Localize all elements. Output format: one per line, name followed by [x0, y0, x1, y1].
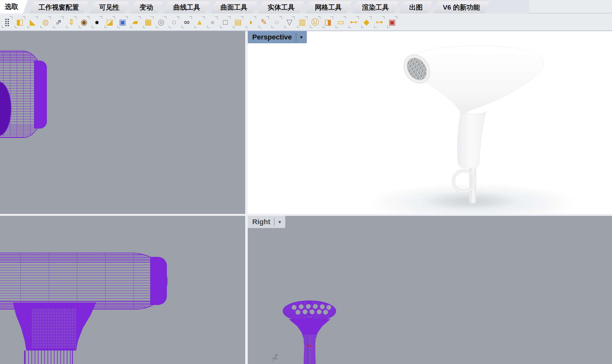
select-lasso-icon-glyph: ◌ — [172, 18, 176, 26]
wireframe-handle — [289, 319, 331, 364]
select-wirecube-icon-glyph: □ — [223, 18, 228, 26]
select-magnifier-icon[interactable]: ○ — [270, 15, 283, 29]
select-magnifier-icon-glyph: ○ — [274, 18, 279, 26]
select-u-cube-icon-glyph: Ⓤ — [311, 18, 319, 26]
select-volume-icon[interactable]: ◗ — [245, 15, 257, 29]
select-grid-icon-glyph: ▦ — [145, 18, 152, 26]
tab-label: 工作视窗配置 — [39, 3, 79, 12]
select-boundary-icon[interactable]: ▭ — [334, 15, 347, 29]
viewport-right[interactable]: Z Right ▼ — [248, 216, 612, 364]
select-block-icon-glyph: ▣ — [119, 18, 126, 26]
select-by-color-icon[interactable]: ◉ — [78, 15, 91, 29]
viewport-top-left[interactable] — [0, 31, 245, 214]
tab-new-in-v6[interactable]: V6 的新功能 — [433, 1, 490, 13]
tab-viewport-layout[interactable]: 工作视窗配置 — [29, 1, 89, 13]
curve-green — [307, 337, 308, 364]
chevron-down-icon[interactable]: ▼ — [298, 34, 305, 40]
tab-visibility[interactable]: 可见性 — [90, 1, 129, 13]
tab-mesh-tools[interactable]: 网格工具 — [305, 1, 351, 13]
select-key-tag-icon-glyph: ⊶ — [375, 18, 383, 26]
select-cone-icon-glyph: ◣ — [30, 18, 36, 26]
wireframe-rim-band — [150, 257, 167, 305]
select-solids-icon[interactable]: ◧ — [13, 15, 26, 29]
select-block-icon[interactable]: ▣ — [116, 15, 129, 29]
tab-label: V6 的新功能 — [443, 3, 480, 12]
select-pyramid-icon[interactable]: ▲ — [193, 15, 206, 29]
select-boundary-icon-glyph: ▭ — [337, 18, 345, 26]
wireframe-head — [283, 301, 336, 322]
select-wirecube-icon[interactable]: □ — [219, 15, 232, 29]
select-brush-icon[interactable]: ✎ — [257, 15, 270, 29]
tab-bar-empty-area — [529, 0, 612, 13]
chevron-down-icon[interactable]: ▼ — [277, 219, 283, 225]
select-brush-icon-glyph: ✎ — [261, 18, 267, 26]
wireframe-handle-isocurves — [24, 351, 73, 364]
select-polysurface-icon-glyph: ◪ — [106, 18, 114, 26]
rendered-hair-dryer — [248, 31, 612, 214]
vent-hole — [326, 305, 331, 310]
select-pyramid-icon-glyph: ▲ — [196, 18, 203, 26]
vent-hole — [313, 304, 318, 309]
select-u-cube-icon[interactable]: Ⓤ — [309, 15, 322, 29]
tab-label: 曲线工具 — [173, 3, 200, 12]
viewport-bottom-left[interactable] — [0, 216, 245, 364]
tab-label: 出图 — [409, 3, 423, 12]
select-dimension-icon-glyph: ⇕ — [68, 18, 74, 26]
viewport-title-right[interactable]: Right ▼ — [248, 216, 285, 228]
select-control-points-icon-glyph: ⇗ — [55, 18, 62, 26]
vent-hole — [303, 309, 307, 314]
vent-hole — [317, 309, 322, 314]
select-key-tag-icon[interactable]: ⊶ — [373, 15, 386, 29]
wireframe-rim-band — [34, 61, 47, 129]
toolbar-tab-bar: 显示选取工作视窗配置可见性变动曲线工具曲面工具实体工具网格工具渲染工具出图V6 … — [0, 0, 612, 13]
select-points-icon[interactable]: ⣿ — [1, 15, 13, 29]
tab-render-tools[interactable]: 渲染工具 — [352, 1, 399, 13]
select-sphere-icon[interactable]: ● — [206, 15, 219, 29]
select-shapes-icon-glyph: ▤ — [235, 18, 242, 26]
select-fence-icon-glyph: ▥ — [299, 18, 306, 26]
rhino-window: 显示选取工作视窗配置可见性变动曲线工具曲面工具实体工具网格工具渲染工具出图V6 … — [0, 0, 612, 364]
tab-select[interactable]: 选取 — [0, 0, 28, 13]
tab-label: 渲染工具 — [362, 3, 389, 12]
select-solids-icon-glyph: ◧ — [16, 18, 24, 26]
select-black-objects-icon-glyph: ● — [95, 18, 99, 26]
select-dimension-icon[interactable]: ⇕ — [65, 15, 78, 29]
select-black-objects-icon[interactable]: ● — [91, 15, 103, 29]
select-spiral-icon[interactable]: ◎ — [155, 15, 168, 29]
select-lasso-icon[interactable]: ◌ — [168, 15, 180, 29]
select-tag-icon-glyph: ◆ — [364, 18, 369, 26]
select-chain-icon[interactable]: ∞ — [180, 15, 193, 29]
vent-hole — [323, 310, 328, 315]
select-polysurface-icon[interactable]: ◪ — [103, 15, 116, 29]
viewport-title-label: Perspective — [252, 33, 292, 41]
tab-solid-tools[interactable]: 实体工具 — [258, 1, 304, 13]
viewport-perspective[interactable]: Perspective ▼ — [248, 31, 612, 214]
select-tag-icon[interactable]: ◆ — [360, 15, 373, 29]
tab-label: 选取 — [5, 2, 18, 11]
select-by-color-icon-glyph: ◉ — [81, 18, 88, 26]
curve-green — [310, 338, 310, 364]
tab-curve-tools[interactable]: 曲线工具 — [164, 1, 210, 13]
title-separator — [274, 218, 274, 226]
select-shapes-icon[interactable]: ▤ — [232, 15, 245, 29]
select-volume-icon-glyph: ◗ — [249, 18, 254, 26]
tab-transform[interactable]: 变动 — [130, 1, 163, 13]
select-extrusion-icon-glyph: ◨ — [324, 18, 332, 26]
select-hatch-icon[interactable]: ◍ — [39, 15, 52, 29]
tab-label: 实体工具 — [268, 3, 295, 12]
select-clipped-cube-icon[interactable]: ▣ — [386, 15, 399, 29]
select-cone-icon[interactable]: ◣ — [26, 15, 39, 29]
select-key-icon[interactable]: ⊷ — [347, 15, 360, 29]
tab-surface-tools[interactable]: 曲面工具 — [211, 1, 257, 13]
select-extrusion-icon[interactable]: ◨ — [322, 15, 334, 29]
select-fence-icon[interactable]: ▥ — [296, 15, 309, 29]
toolbar-icons: ⣿◧◣◍⇗⇕◉●◪▣▰▦◎◌∞▲●□▤◗✎○▽▥Ⓤ◨▭⊷◆⊶▣ — [0, 13, 399, 30]
tab-drafting[interactable]: 出图 — [400, 1, 432, 13]
select-control-points-icon[interactable]: ⇗ — [52, 15, 65, 29]
select-grid-icon[interactable]: ▦ — [142, 15, 155, 29]
select-filter-icon[interactable]: ▽ — [283, 15, 296, 29]
select-spiral-icon-glyph: ◎ — [158, 18, 165, 26]
wireframe-handle-flare — [12, 302, 97, 351]
viewport-title-perspective[interactable]: Perspective ▼ — [248, 31, 307, 43]
select-plane-icon[interactable]: ▰ — [129, 15, 142, 29]
